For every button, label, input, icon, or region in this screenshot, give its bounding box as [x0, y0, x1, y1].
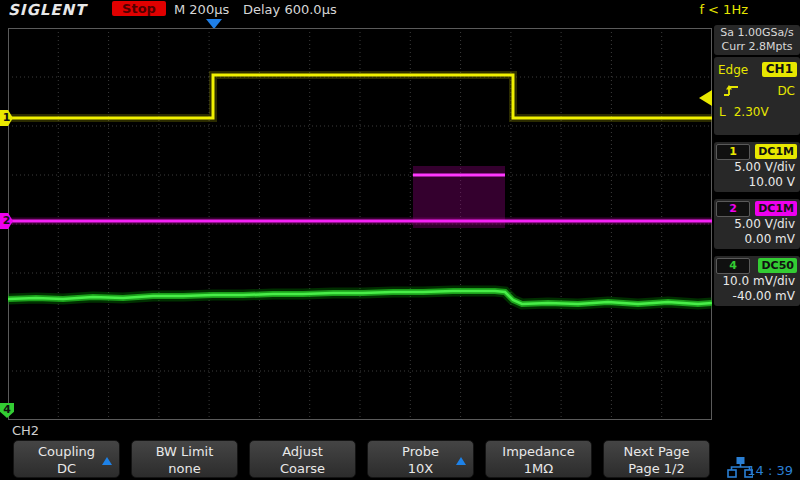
trigger-frequency-readout: f < 1Hz	[699, 2, 748, 17]
memory-depth: Curr 2.8Mpts	[714, 40, 800, 54]
menu-title: BW Limit	[132, 443, 237, 460]
trigger-level-marker-icon[interactable]	[699, 90, 712, 106]
run-state-badge[interactable]: Stop	[112, 1, 166, 16]
trigger-coupling: DC	[777, 84, 795, 98]
ch2-scale: 5.00 V/div	[714, 217, 800, 232]
rising-edge-icon	[722, 82, 740, 101]
trigger-source-badge: CH1	[762, 62, 797, 77]
clock-readout: 14 : 39	[747, 463, 793, 478]
menu-value: Page 1/2	[604, 460, 709, 477]
menu-value: 1MΩ	[486, 460, 591, 477]
ch4-coupling-badge: DC50	[758, 258, 797, 273]
ch1-offset: 10.00 V	[714, 175, 800, 190]
trigger-level-prefix: L	[719, 105, 726, 119]
up-arrow-icon	[102, 457, 112, 465]
menu-button-probe[interactable]: Probe 10X	[367, 440, 474, 478]
ch4-scale: 10.0 mV/div	[714, 274, 800, 289]
menu-value: Coarse	[250, 460, 355, 477]
trigger-mode: Edge	[718, 63, 748, 77]
up-arrow-icon	[456, 457, 466, 465]
trigger-level-readout: L2.30V	[719, 105, 769, 119]
graticule-and-traces	[8, 28, 712, 420]
menu-button-bw-limit[interactable]: BW Limit none	[131, 440, 238, 478]
menu-value: none	[132, 460, 237, 477]
trigger-info-box[interactable]: Edge CH1 DC L2.30V	[714, 57, 800, 135]
timebase-readout: M 200μs	[174, 2, 229, 17]
sample-rate: Sa 1.00GSa/s	[714, 26, 800, 40]
ch2-offset: 0.00 mV	[714, 232, 800, 247]
ch1-scale: 5.00 V/div	[714, 160, 800, 175]
ch2-coupling-badge: DC1M	[755, 201, 797, 216]
acquisition-info-box: Sa 1.00GSa/s Curr 2.8Mpts	[714, 25, 800, 55]
ch1-info-box[interactable]: 1 DC1M 5.00 V/div 10.00 V	[714, 142, 800, 192]
active-channel-label: CH2	[12, 423, 39, 438]
menu-button-coupling[interactable]: Coupling DC	[13, 440, 120, 478]
ch4-offset: -40.00 mV	[714, 289, 800, 304]
delay-readout: Delay 600.0μs	[243, 2, 337, 17]
brand-logo: SIGLENT	[8, 1, 86, 19]
menu-button-next-page[interactable]: Next Page Page 1/2	[603, 440, 710, 478]
ch4-number: 4	[716, 258, 750, 274]
trigger-level-value: 2.30V	[734, 105, 769, 119]
top-status-bar: SIGLENT Stop M 200μs Delay 600.0μs f < 1…	[0, 0, 800, 18]
menu-title: Impedance	[486, 443, 591, 460]
menu-title: Next Page	[604, 443, 709, 460]
menu-button-impedance[interactable]: Impedance 1MΩ	[485, 440, 592, 478]
ch2-info-box[interactable]: 2 DC1M 5.00 V/div 0.00 mV	[714, 199, 800, 249]
ch1-coupling-badge: DC1M	[755, 144, 797, 159]
menu-button-adjust[interactable]: Adjust Coarse	[249, 440, 356, 478]
ch4-info-box[interactable]: 4 DC50 10.0 mV/div -40.00 mV	[714, 256, 800, 306]
menu-title: Adjust	[250, 443, 355, 460]
ch2-number: 2	[716, 201, 750, 217]
ch1-number: 1	[716, 144, 750, 160]
oscilloscope-screen: SIGLENT Stop M 200μs Delay 600.0μs f < 1…	[0, 0, 800, 480]
waveform-display	[8, 28, 712, 420]
